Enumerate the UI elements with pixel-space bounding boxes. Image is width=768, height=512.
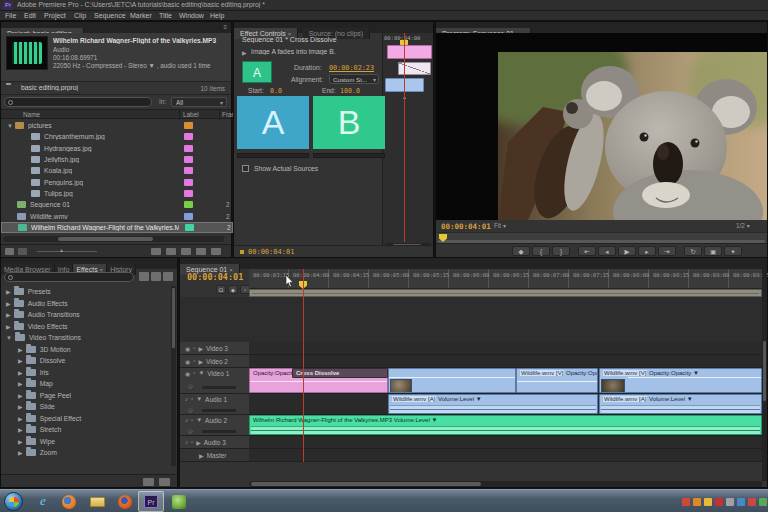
clip-effect-label[interactable]: Opacity:Opacity ▼ <box>649 370 699 376</box>
delete-button[interactable] <box>211 248 221 255</box>
menu-file[interactable]: File <box>5 12 16 19</box>
scroll-thumb[interactable] <box>172 288 175 348</box>
scroll-thumb[interactable] <box>251 482 481 486</box>
list-item[interactable]: ▼ pictures <box>1 120 233 131</box>
expand-closed-icon[interactable]: ▶ <box>6 300 11 307</box>
list-item[interactable]: Wildlife.wmv 2 <box>1 210 233 221</box>
track-header-audio3[interactable]: ♪▫▶Audio 3 <box>180 436 249 449</box>
menu-edit[interactable]: Edit <box>24 12 36 19</box>
playback-quality-dropdown[interactable]: 1/2 ▾ <box>736 222 750 229</box>
expand-closed-icon[interactable]: ▶ <box>18 449 23 456</box>
label-chip[interactable] <box>184 156 193 163</box>
track-header-video1[interactable]: ◉▫▼Video 1 ◇ <box>180 368 249 394</box>
preview-box-a[interactable]: A <box>237 96 309 149</box>
filter-yuv-icon[interactable] <box>163 272 173 281</box>
opacity-rubber-band[interactable] <box>517 381 597 382</box>
scroll-thumb[interactable] <box>763 341 766 401</box>
clip-wildlife-video-1[interactable]: Wildlife.wmv [V] Opacity:Opacity ▼ <box>516 368 598 393</box>
new-bin-button[interactable] <box>181 248 191 255</box>
taskbar-explorer-icon[interactable] <box>90 497 105 507</box>
mark-out-button[interactable]: } <box>552 246 570 256</box>
list-view-button[interactable] <box>5 248 14 255</box>
sync-lock-icon[interactable]: ▫ <box>193 358 195 364</box>
delete-custom-item-button[interactable] <box>159 478 170 486</box>
label-chip[interactable] <box>184 167 193 174</box>
expand-closed-icon[interactable]: ▶ <box>6 311 11 318</box>
sync-lock-icon[interactable]: ▫ <box>193 345 195 351</box>
mini-clip-a[interactable] <box>387 45 432 59</box>
start-button[interactable] <box>4 492 23 511</box>
track-header-audio1[interactable]: ♪▫▼Audio 1 ◇ <box>180 394 249 415</box>
clip-wagner-audio[interactable]: Wilhelm Richard Wagner-Flight of the Val… <box>249 415 762 435</box>
tree-item[interactable]: ▶Wipe <box>1 436 173 448</box>
clip-effect-label[interactable]: Volume:Level ▼ <box>649 396 693 402</box>
track-height-slider[interactable] <box>202 430 236 433</box>
tree-item[interactable]: ▶Audio Transitions <box>1 309 173 321</box>
menu-sequence[interactable]: Sequence <box>94 12 126 19</box>
list-item[interactable]: Koala.jpg <box>1 165 233 176</box>
timeline-timecode[interactable]: 00:00:04:01 <box>187 272 243 282</box>
taskbar-firefox-icon[interactable] <box>62 495 76 509</box>
export-frame-button[interactable]: ✦ <box>724 246 742 256</box>
scroll-thumb[interactable] <box>58 237 153 241</box>
expand-open-icon[interactable]: ▼ <box>7 123 13 129</box>
search-input[interactable] <box>4 97 152 107</box>
expand-closed-icon[interactable]: ▶ <box>196 439 201 446</box>
new-item-button[interactable] <box>196 248 206 255</box>
expand-closed-icon[interactable]: ▶ <box>18 346 23 353</box>
expand-closed-icon[interactable]: ▶ <box>198 345 203 352</box>
clip-wildlife-audio-1[interactable]: Wildlife.wmv [A] Volume:Level ▼ <box>388 394 598 414</box>
list-item[interactable]: Chrysanthemum.jpg <box>1 131 233 142</box>
work-area-bar[interactable] <box>249 289 762 297</box>
expand-open-icon[interactable]: ▼ <box>196 417 202 423</box>
toggle-audio-icon[interactable]: ♪ <box>185 396 188 402</box>
opacity-rubber-band[interactable] <box>250 381 387 382</box>
list-item[interactable]: Tulips.jpg <box>1 188 233 199</box>
sync-lock-icon[interactable]: ▫ <box>193 370 195 376</box>
tree-item[interactable]: ▼Video Transitions <box>1 332 173 344</box>
expand-closed-icon[interactable]: ▶ <box>18 357 23 364</box>
lane-video2[interactable] <box>249 355 762 368</box>
label-chip[interactable] <box>184 190 193 197</box>
expand-closed-icon[interactable]: ▶ <box>18 380 23 387</box>
taskbar-premiere-button-active[interactable]: Pr <box>138 491 164 512</box>
safe-margins-button[interactable]: ▣ <box>704 246 722 256</box>
expand-closed-icon[interactable]: ▶ <box>6 288 11 295</box>
menu-marker[interactable]: Marker <box>130 12 152 19</box>
timeline-ruler[interactable]: 00:00:03:15 00:00:04:00 00:00:04:15 00:0… <box>249 269 762 289</box>
tray-icon[interactable] <box>693 498 701 506</box>
mini-transition-clip[interactable] <box>398 62 431 75</box>
clip-image-blue[interactable] <box>388 368 516 393</box>
timeline-playhead-line[interactable] <box>303 269 304 462</box>
set-marker-button[interactable]: ◆ <box>228 285 238 294</box>
label-chip[interactable] <box>184 133 193 140</box>
twirl-icon[interactable]: ▶ <box>242 49 247 56</box>
label-chip[interactable] <box>184 213 193 220</box>
menu-window[interactable]: Window <box>179 12 204 19</box>
taskbar-app-green-icon[interactable] <box>172 495 186 509</box>
loop-button[interactable]: ↻ <box>684 246 702 256</box>
clip-name[interactable]: Wildlife.wmv [A] <box>392 396 436 402</box>
mini-playhead-line[interactable] <box>404 33 405 242</box>
clip-name[interactable]: Wildlife.wmv [V] <box>603 370 647 376</box>
keyframe-icon[interactable]: ◇ <box>188 406 193 413</box>
tray-icon[interactable] <box>737 498 745 506</box>
tray-icon[interactable] <box>726 498 734 506</box>
list-item[interactable]: Hydrangeas.jpg <box>1 143 233 154</box>
tree-item[interactable]: ▶Stretch <box>1 424 173 436</box>
sync-lock-icon[interactable]: ▫ <box>191 417 193 423</box>
step-back-button[interactable]: ◂ <box>598 246 616 256</box>
label-chip[interactable] <box>184 201 193 208</box>
expand-open-icon[interactable]: ▼ <box>198 370 204 376</box>
lane-audio3[interactable] <box>249 436 762 449</box>
lane-master[interactable] <box>249 449 762 462</box>
clip-wildlife-audio-2[interactable]: Wildlife.wmv [A] Volume:Level ▼ <box>599 394 762 414</box>
clip-name[interactable]: Wildlife.wmv [V] <box>520 370 564 376</box>
tray-icon[interactable] <box>682 498 690 506</box>
tree-item[interactable]: ▶Page Peel <box>1 390 173 402</box>
list-item-selected[interactable]: Wilhelm Richard Wagner-Flight of the Val… <box>1 222 233 233</box>
sync-lock-icon[interactable]: ▫ <box>191 439 193 445</box>
project-hscrollbar[interactable] <box>3 236 224 242</box>
opacity-rubber-band[interactable] <box>628 377 761 378</box>
timeline-vscrollbar[interactable] <box>762 269 767 481</box>
